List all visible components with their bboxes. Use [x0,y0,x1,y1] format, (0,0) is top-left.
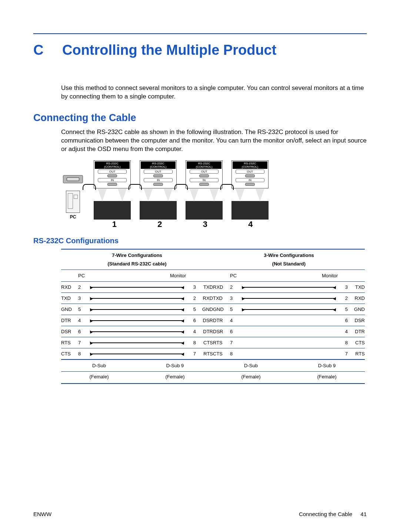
diagram-numbers: 1 2 3 4 [87,220,269,229]
section-connecting-cable: Connecting the Cable [33,112,367,124]
footer-page-number: 41 [360,511,367,517]
cfg-header-7wire: 7-Wire Configurations (Standard RS-232C … [61,252,213,267]
footer-section: Connecting the Cable [299,511,352,517]
daisy-chain-diagram: PC RS-232C(CONTROL) OUT IN RS-232C(CONTR… [61,160,269,229]
page-footer: ENWW Connecting the Cable 41 [33,511,367,517]
section-rs232c-config: RS-232C Configurations [33,237,367,245]
wire-icon [90,298,184,299]
cfg-header-3wire: 3-Wire Configurations (Not Standard) [213,252,365,267]
wire-icon [90,342,184,343]
wire-icon [242,298,336,299]
pin-row: TXD32RXDTXD32RXD [61,293,365,304]
cable-icon [223,175,231,220]
pin-row: CTS87RTSCTS87RTS [61,348,365,360]
connector-row: D-SubD-Sub 9 D-SubD-Sub 9 [61,360,365,372]
col-monitor-label: Monitor [170,273,196,278]
pin-row: RXD23TXDRXD23TXD [61,282,365,293]
diagram-monitor-3: RS-232C(CONTROL) OUT IN [186,160,223,220]
intro-paragraph: Use this method to connect several monit… [61,84,367,101]
wire-icon [242,287,336,288]
pin-row: DSR64DTRDSR64DTR [61,326,365,337]
pc-label: PC [61,214,85,220]
monitor-screen-icon [94,201,131,220]
wire-icon [242,309,336,310]
diagram-monitor-2: RS-232C(CONTROL) OUT IN [140,160,177,220]
appendix-name: Controlling the Multiple Product [62,42,276,58]
pin-row: DTR46DSRDTR46DSR [61,315,365,326]
wire-icon [90,309,184,310]
pc-port-icon [63,175,83,183]
pin-row: GND55GNDGND55GND [61,304,365,315]
cable-icon [85,175,94,220]
cable-icon [131,175,140,220]
pin-row: RTS78CTSRTS78CTS [61,337,365,348]
cable-paragraph: Connect the RS-232C cable as shown in th… [61,128,367,154]
pc-tower-icon [66,191,80,213]
page: CControlling the Multiple Product Use th… [0,0,400,532]
diagram-monitor-4: RS-232C(CONTROL) OUT IN [231,160,269,220]
footer-left: ENWW [33,511,51,517]
col-pc-label: PC [78,273,88,278]
rs232c-table: 7-Wire Configurations (Standard RS-232C … [61,249,365,384]
cable-icon [177,175,186,220]
diagram-monitor-1: RS-232C(CONTROL) OUT IN [94,160,131,220]
wire-icon [90,287,184,288]
wire-icon [90,320,184,321]
appendix-letter: C [33,42,62,58]
diagram-pc: PC [61,175,85,220]
wire-icon [90,331,184,332]
wire-icon [90,354,184,354]
top-rule [33,33,367,34]
appendix-title: CControlling the Multiple Product [33,42,367,58]
connector-gender-row: (Female)(Female) (Female)(Female) [61,372,365,384]
